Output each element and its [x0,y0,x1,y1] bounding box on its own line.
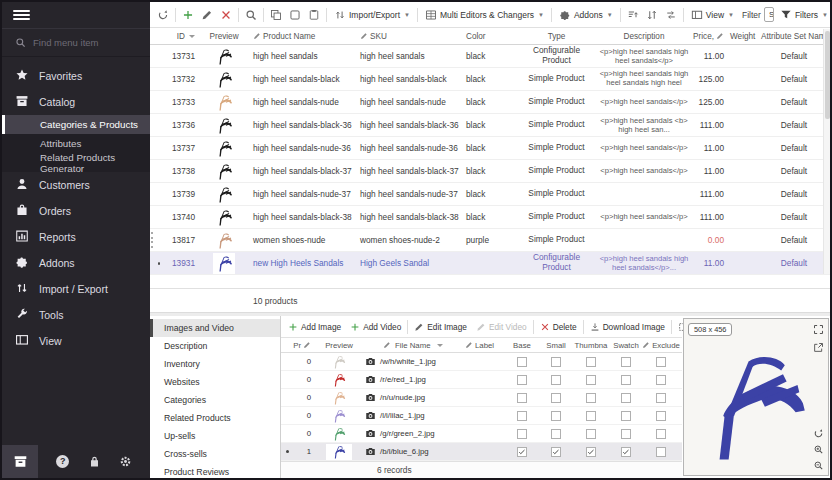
swatch-checkbox[interactable] [621,357,631,367]
thumbnail-checkbox[interactable] [586,447,596,457]
exclude-checkbox[interactable] [656,429,666,439]
thumbnail-checkbox[interactable] [586,375,596,385]
product-row[interactable]: 13737high heel sandals-nude-36high heel … [150,137,830,160]
base-checkbox[interactable] [517,429,527,439]
zoom-in-icon[interactable] [813,444,824,455]
category-filter-select[interactable]: Show products from selected categories ▼ [764,7,774,22]
base-checkbox[interactable] [517,357,527,367]
product-row[interactable]: 13739high heel sandals-nude-37high heel … [150,183,830,206]
thumbnail-checkbox[interactable] [586,393,596,403]
add-video-button[interactable]: Add Video [346,320,405,334]
tab-cross-sells[interactable]: Cross-sells [150,445,280,463]
paste-icon[interactable] [306,7,322,23]
swatch-checkbox[interactable] [621,393,631,403]
product-row[interactable]: 13738high heel sandals-black-37high heel… [150,160,830,183]
copy-icon[interactable] [268,7,284,23]
exclude-checkbox[interactable] [656,375,666,385]
product-row[interactable]: 13736high heel sandals-black-36high heel… [150,114,830,137]
product-row[interactable]: 13732high heel sandals-blackhigh heel sa… [150,68,830,91]
base-checkbox[interactable] [517,447,527,457]
search-icon[interactable] [243,7,259,23]
exclude-checkbox[interactable] [656,357,666,367]
menu-toggle-button[interactable] [2,2,150,28]
sidebar-item-addons[interactable]: Addons [2,250,150,276]
product-row[interactable]: 13740high heel sandals-black-38high heel… [150,206,830,229]
sidebar-item-favorites[interactable]: Favorites [2,63,150,89]
product-row[interactable]: 13731high heel sandalshigh heel sandalsb… [150,45,830,68]
thumbnail-checkbox[interactable] [586,429,596,439]
sidebar-search[interactable]: Find menu item [2,28,150,57]
thumbnail-checkbox[interactable] [586,411,596,421]
sidebar-item-view[interactable]: View [2,328,150,354]
thumbnail-checkbox[interactable] [586,357,596,367]
image-row[interactable]: 0/g/r/green_2.jpg [281,425,682,443]
column-header-sku[interactable]: SKU [357,32,463,41]
sidebar-bottom-archive-button[interactable] [2,445,38,478]
image-row[interactable]: 0/l/i/lilac_1.jpg [281,407,682,425]
column-header-price[interactable]: Price, [692,32,727,41]
column-header-file-name[interactable]: File Name [365,341,465,350]
tab-up-sells[interactable]: Up-sells [150,427,280,445]
small-checkbox[interactable] [551,357,561,367]
small-checkbox[interactable] [551,375,561,385]
delete-icon[interactable] [218,7,234,23]
column-header-color[interactable]: Color [463,32,517,41]
image-row[interactable]: 1/b/l/blue_6.jpg [281,443,682,461]
exclude-checkbox[interactable] [656,447,666,457]
rotate-icon[interactable] [813,428,824,439]
image-row[interactable]: 0/w/h/white_1.jpg [281,353,682,371]
refresh-icon[interactable] [155,7,171,23]
edit-image-button[interactable]: Edit Image [410,320,471,334]
zoom-out-icon[interactable] [813,460,824,471]
column-header-swatch[interactable]: Swatch [609,341,643,350]
column-header-id[interactable]: ID [163,32,198,41]
column-header-preview[interactable]: Preview [313,341,365,350]
sidebar-item-attributes[interactable]: Attributes [2,134,150,153]
column-header-label[interactable]: Label [465,341,505,350]
sidebar-item-catalog[interactable]: Catalog [2,89,150,115]
help-icon[interactable] [56,455,69,468]
column-header-preview[interactable]: Preview [198,32,250,41]
expand-rows-icon[interactable] [644,7,660,23]
fullscreen-icon[interactable] [813,324,824,335]
column-header-type[interactable]: Type [517,32,596,41]
sidebar-item-customers[interactable]: Customers [2,172,150,198]
column-header-description[interactable]: Description [596,32,692,41]
column-header-base[interactable]: Base [505,341,539,350]
product-row[interactable]: 13817women shoes-nudewomen shoes-nude-2p… [150,229,830,252]
base-checkbox[interactable] [517,393,527,403]
sidebar-item-related-products-generator[interactable]: Related Products Generator [2,153,150,172]
sort-asc-icon[interactable] [625,7,641,23]
tab-product-reviews[interactable]: Product Reviews [150,463,280,480]
base-checkbox[interactable] [517,411,527,421]
exclude-checkbox[interactable] [656,411,666,421]
tab-related-products[interactable]: Related Products [150,409,280,427]
delete-button[interactable]: Delete [536,320,581,334]
tab-websites[interactable]: Websites [150,373,280,391]
addons-menu-button[interactable]: Addons▼ [556,7,616,23]
add-icon[interactable] [180,7,196,23]
column-header-exclude[interactable]: Exclude [643,341,679,350]
multi-editors-menu-button[interactable]: Multi Editors & Changers▼ [422,7,547,23]
column-header-product-name[interactable]: Product Name [250,32,357,41]
sidebar-item-categories-products[interactable]: Categories & Products [2,115,150,134]
scrollbar-thumb[interactable] [825,31,830,119]
tab-inventory[interactable]: Inventory [150,355,280,373]
tab-description[interactable]: Description [150,337,280,355]
gear-icon[interactable] [119,455,132,468]
image-row[interactable]: 0/r/e/red_1.jpg [281,371,682,389]
product-row[interactable]: 13931new High Heels SandalsHigh Geels Sa… [150,252,830,275]
swap-icon[interactable] [663,7,679,23]
panel-splitter-handle[interactable] [151,232,157,248]
add-image-button[interactable]: Add Image [284,320,345,334]
tab-categories[interactable]: Categories [150,391,280,409]
sidebar-item-import-export[interactable]: Import / Export [2,276,150,302]
grid-scrollbar[interactable] [823,29,830,274]
open-external-icon[interactable] [813,342,824,353]
lock-icon[interactable] [88,455,101,468]
select-icon[interactable] [287,7,303,23]
filters-button[interactable]: Filters▼ [777,7,831,23]
view-menu-button[interactable]: View▼ [688,7,737,23]
small-checkbox[interactable] [551,447,561,457]
swatch-checkbox[interactable] [621,447,631,457]
